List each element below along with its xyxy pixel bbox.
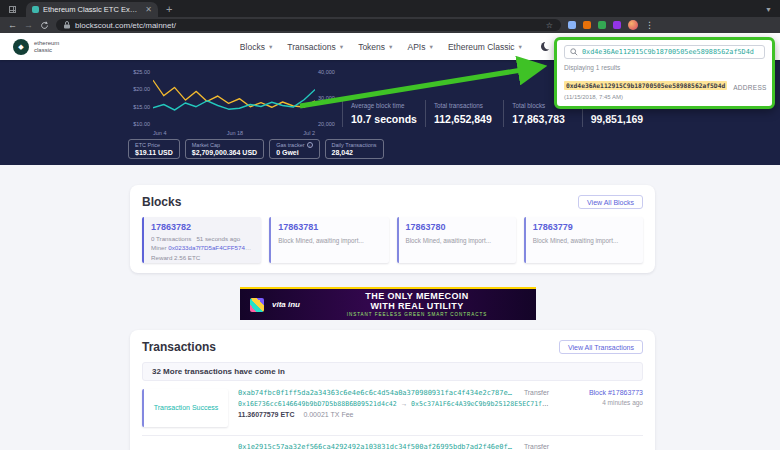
chevron-down-icon: ▼ bbox=[268, 44, 273, 50]
block-tile[interactable]: 17863781 Block Mined, awaiting import... bbox=[269, 217, 388, 263]
transaction-hash-link[interactable]: 0xab74fbc0f1ff5da2a34363c6e4e6c6c4d54a0a… bbox=[238, 389, 516, 397]
ethereum-classic-logo[interactable]: ◆ bbox=[13, 39, 29, 55]
stat-value: 99,851,169 bbox=[591, 113, 652, 125]
transaction-status-placeholder bbox=[142, 443, 228, 450]
to-address-link[interactable]: 0x5c37A1F6c4A39eC9b9b25128E5EC71f913581d bbox=[411, 400, 549, 408]
chevron-down-icon: ▼ bbox=[428, 44, 433, 50]
chevron-down-icon: ▼ bbox=[388, 44, 393, 50]
nav-item-blocks[interactable]: Blocks ▼ bbox=[240, 42, 274, 52]
stat-value: 17,863,783 bbox=[512, 113, 573, 125]
miner-label: Miner bbox=[151, 244, 166, 251]
ad-headline2: WITH REAL UTILITY bbox=[308, 302, 526, 312]
block-number-link[interactable]: 17863780 bbox=[406, 222, 509, 232]
stat-label: Total transactions bbox=[434, 102, 495, 109]
info-icon[interactable]: i bbox=[307, 142, 313, 148]
chart-x-axis: Jun 4 Jun 18 Jul 2 bbox=[153, 128, 315, 138]
transaction-fee: 0.00021 TX Fee bbox=[303, 411, 353, 418]
extension-icon[interactable] bbox=[568, 21, 576, 29]
browser-menu-icon[interactable]: ⋮ bbox=[645, 20, 654, 30]
search-dropdown-panel: Displaying 1 results 0xd4e36Ae112915C9b1… bbox=[554, 37, 775, 109]
site-favicon bbox=[32, 6, 39, 13]
axis-tick: $15.00 bbox=[133, 104, 150, 110]
block-number-link[interactable]: 17863779 bbox=[533, 222, 636, 232]
block-tile[interactable]: 17863779 Block Mined, awaiting import... bbox=[524, 217, 643, 263]
browser-tab[interactable]: Ethereum Classic ETC Explorer ✕ bbox=[26, 2, 158, 17]
extension-icon[interactable] bbox=[583, 21, 591, 29]
tab-close-icon[interactable]: ✕ bbox=[145, 5, 152, 14]
nav-item-transactions[interactable]: Transactions ▼ bbox=[287, 42, 344, 52]
axis-tick: 20,000 bbox=[318, 121, 335, 127]
axis-tick: 40,000 bbox=[318, 69, 335, 75]
bookmark-star-icon[interactable]: ☆ bbox=[546, 21, 553, 30]
puzzle-extensions-icon[interactable] bbox=[613, 21, 621, 29]
transaction-block-info: Block #17863773 4 minutes ago bbox=[559, 389, 643, 427]
ad-brand: vita inu bbox=[272, 300, 300, 309]
nav-label: Blocks bbox=[240, 42, 265, 52]
block-tiles: 17863782 0 Transactions 51 seconds ago M… bbox=[142, 217, 643, 263]
reload-icon[interactable] bbox=[40, 21, 49, 30]
url-text: blockscout.com/etc/mainnet/ bbox=[75, 21, 176, 30]
main-nav: Blocks ▼ Transactions ▼ Tokens ▼ APIs ▼ … bbox=[240, 42, 550, 52]
box-market-cap: Market Cap $2,709,000.364 USD bbox=[185, 139, 264, 159]
tab-search-chevron-icon[interactable]: ▼ bbox=[765, 6, 780, 17]
vita-inu-dog-icon bbox=[250, 298, 264, 312]
axis-tick: $20.00 bbox=[133, 86, 150, 92]
lock-icon bbox=[64, 21, 70, 29]
transaction-row[interactable]: Transaction Success 0xab74fbc0f1ff5da2a3… bbox=[142, 389, 643, 427]
block-reward: Reward 2.56 ETC bbox=[151, 254, 254, 261]
block-number-link[interactable]: 17863782 bbox=[151, 222, 254, 232]
search-input[interactable] bbox=[582, 48, 759, 56]
block-age: 51 seconds ago bbox=[196, 235, 240, 242]
hero-chart: $25.00 $20.00 $15.00 $10.00 40,000 30,00… bbox=[126, 68, 342, 138]
back-icon[interactable]: ← bbox=[8, 21, 17, 30]
box-etc-price: ETC Price $19.11 USD bbox=[128, 139, 180, 159]
block-number-link[interactable]: 17863781 bbox=[278, 222, 381, 232]
box-label-text: Gas tracker bbox=[276, 142, 304, 148]
transaction-type-label: Transfer bbox=[524, 389, 549, 396]
nav-item-network-selector[interactable]: Ethereum Classic ▼ bbox=[448, 42, 523, 52]
brand-text[interactable]: ethereum classic bbox=[34, 40, 59, 54]
search-results-count: Displaying 1 results bbox=[564, 64, 765, 71]
nav-label: Tokens bbox=[358, 42, 385, 52]
new-tab-button[interactable]: + bbox=[158, 2, 180, 17]
transaction-status-badge: Transaction Success bbox=[142, 389, 228, 427]
nav-label: Ethereum Classic bbox=[448, 42, 515, 52]
transaction-details: 0xab74fbc0f1ff5da2a34363c6e4e6c6c4d54a0a… bbox=[238, 389, 549, 427]
block-miner: Miner 0x0233da7f7D5aF4CFF574C507bb... bbox=[151, 244, 254, 251]
block-tile[interactable]: 17863780 Block Mined, awaiting import... bbox=[397, 217, 516, 263]
tab-title: Ethereum Classic ETC Explorer bbox=[43, 5, 141, 14]
nav-label: APIs bbox=[408, 42, 426, 52]
block-link[interactable]: Block #17863773 bbox=[589, 389, 643, 396]
block-tile-newest[interactable]: 17863782 0 Transactions 51 seconds ago M… bbox=[142, 217, 261, 263]
blocks-title: Blocks bbox=[142, 195, 181, 209]
new-transactions-notification[interactable]: 32 More transactions have come in bbox=[142, 362, 643, 381]
address-bar[interactable]: blockscout.com/etc/mainnet/ ☆ bbox=[56, 19, 561, 31]
from-address-link[interactable]: 0x16E736cc6146649b9bD7D5b88B6B09521d4c42 bbox=[238, 400, 397, 408]
extension-icon[interactable] bbox=[598, 21, 606, 29]
workspace-grid-icon[interactable] bbox=[9, 6, 16, 13]
transaction-hash-line: 0xab74fbc0f1ff5da2a34363c6e4e6c6c4d54a0a… bbox=[238, 389, 549, 397]
browser-tabstrip: Ethereum Classic ETC Explorer ✕ + ▼ bbox=[0, 0, 780, 17]
block-txcount: 0 Transactions bbox=[151, 235, 191, 242]
transaction-age: 4 minutes ago bbox=[602, 399, 643, 406]
ad-banner[interactable]: vita inu THE ONLY MEMECOIN WITH REAL UTI… bbox=[240, 287, 536, 320]
browser-toolbar: ← → blockscout.com/etc/mainnet/ ☆ ⋮ bbox=[0, 17, 780, 33]
nav-item-tokens[interactable]: Tokens ▼ bbox=[358, 42, 393, 52]
transaction-hash-link[interactable]: 0x1e2915c57aa32ef566ca4292492a103831dc34… bbox=[238, 443, 516, 450]
search-result-item[interactable]: 0xd4e36Ae112915C9b18700505ee58988562af5D… bbox=[564, 74, 765, 100]
view-all-blocks-button[interactable]: View All Blocks bbox=[578, 195, 643, 209]
dark-mode-moon-icon[interactable] bbox=[541, 42, 550, 51]
forward-icon[interactable]: → bbox=[24, 21, 33, 30]
box-value: 0 Gwei bbox=[276, 149, 312, 156]
nav-item-apis[interactable]: APIs ▼ bbox=[408, 42, 434, 52]
result-address-hash[interactable]: 0xd4e36Ae112915C9b18700505ee58988562af5D… bbox=[564, 81, 727, 90]
stat-average-block-time: Average block time 10.7 seconds bbox=[342, 100, 425, 127]
browser-profile-avatar[interactable] bbox=[628, 20, 638, 30]
box-gas-tracker: Gas tracker i 0 Gwei bbox=[269, 139, 319, 159]
transaction-row[interactable]: 0x1e2915c57aa32ef566ca4292492a103831dc34… bbox=[142, 435, 643, 450]
miner-address-link[interactable]: 0x0233da7f7D5aF4CFF574C507bb... bbox=[168, 244, 254, 251]
transactions-card: Transactions View All Transactions 32 Mo… bbox=[130, 330, 655, 450]
arrow-right-icon: → bbox=[399, 400, 410, 407]
view-all-transactions-button[interactable]: View All Transactions bbox=[559, 340, 643, 354]
chart-left-axis: $25.00 $20.00 $15.00 $10.00 bbox=[126, 68, 153, 128]
